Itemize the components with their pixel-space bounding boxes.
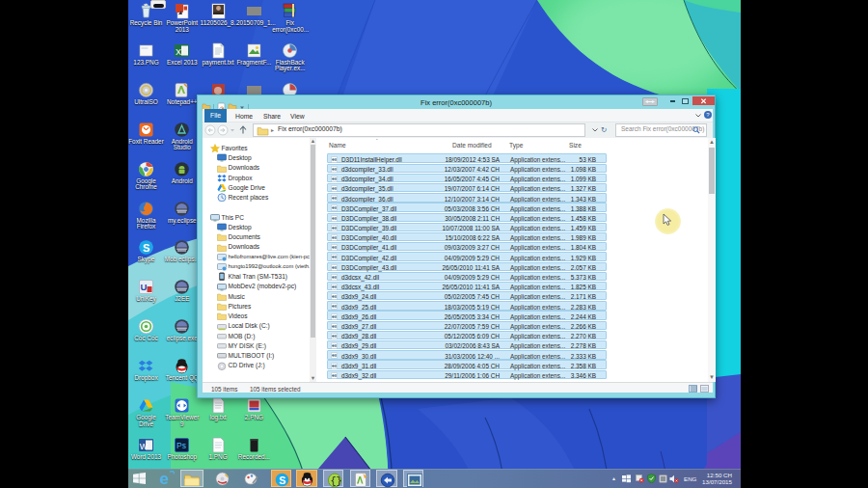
svg-text:{}: {} — [330, 475, 341, 486]
svg-text:W: W — [140, 441, 149, 450]
svg-text:Ps: Ps — [176, 441, 186, 450]
svg-text:e: e — [160, 470, 169, 487]
svg-text:S: S — [143, 242, 149, 254]
svg-text:U: U — [141, 282, 148, 292]
svg-text:X: X — [176, 46, 181, 56]
svg-text:S: S — [279, 474, 285, 485]
